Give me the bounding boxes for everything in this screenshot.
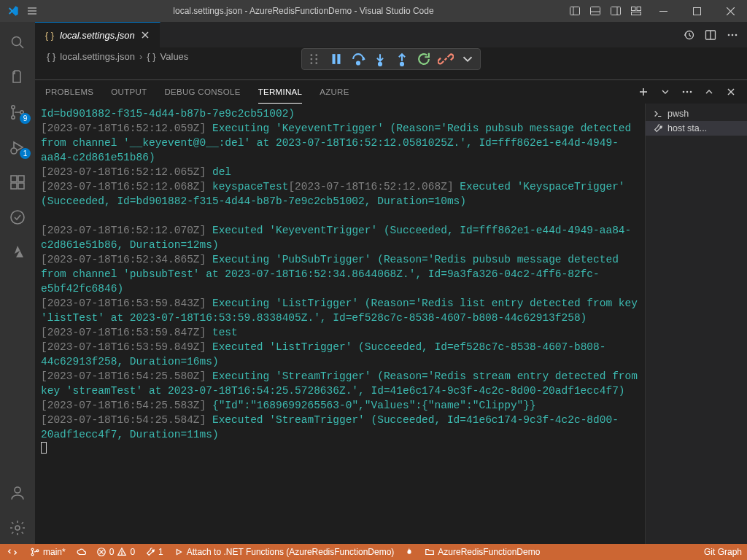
svg-rect-5 [591, 7, 600, 15]
restart-icon[interactable] [416, 51, 432, 67]
pause-icon[interactable] [328, 51, 344, 67]
close-tab-icon[interactable] [139, 29, 151, 41]
scm-badge: 9 [20, 113, 31, 124]
warning-icon [117, 547, 127, 557]
tasks-indicator[interactable]: 1 [140, 544, 169, 560]
flame-icon [404, 547, 414, 557]
remote-indicator[interactable] [0, 544, 25, 560]
svg-rect-25 [18, 183, 24, 189]
svg-point-35 [728, 34, 730, 36]
maximize-button[interactable] [680, 0, 713, 22]
layout-customize-icon[interactable] [630, 5, 642, 17]
svg-point-36 [732, 34, 734, 36]
tab-azure[interactable]: AZURE [320, 80, 349, 104]
svg-point-43 [315, 62, 317, 64]
step-into-icon[interactable] [372, 51, 388, 67]
more-icon[interactable] [681, 86, 693, 98]
minimize-button[interactable] [646, 0, 680, 22]
svg-point-27 [11, 211, 24, 224]
new-terminal-icon[interactable] [638, 86, 649, 98]
svg-line-17 [20, 44, 23, 48]
menu-icon[interactable] [26, 5, 38, 17]
json-braces-icon: { } [44, 29, 55, 41]
step-over-icon[interactable] [350, 51, 366, 67]
scm-activity[interactable]: 9 [0, 96, 35, 128]
chevron-up-icon[interactable] [703, 86, 715, 98]
svg-rect-11 [632, 12, 641, 15]
terminal-cursor [41, 442, 47, 454]
split-editor-icon[interactable] [705, 29, 716, 41]
editor-tabs: { } local.settings.json [35, 22, 747, 47]
explorer-activity[interactable] [0, 61, 35, 93]
svg-rect-23 [11, 176, 17, 182]
svg-point-47 [379, 63, 382, 66]
svg-point-42 [315, 58, 317, 61]
close-button[interactable] [713, 0, 747, 22]
tab-local-settings[interactable]: { } local.settings.json [35, 22, 160, 47]
accounts-activity[interactable] [0, 477, 35, 509]
terminal-list: pwsh host sta... [645, 104, 747, 544]
svg-point-53 [690, 91, 692, 93]
debug-more-icon[interactable] [460, 51, 476, 67]
tab-problems[interactable]: PROBLEMS [45, 80, 93, 104]
terminal-label: host sta... [667, 123, 707, 133]
tab-output[interactable]: OUTPUT [111, 80, 147, 104]
panel-right-icon[interactable] [610, 5, 622, 17]
svg-rect-9 [632, 7, 636, 11]
history-icon[interactable] [683, 29, 694, 41]
settings-activity[interactable] [0, 512, 35, 544]
svg-point-39 [311, 58, 313, 61]
disconnect-icon[interactable] [438, 51, 454, 67]
extensions-activity[interactable] [0, 166, 35, 198]
terminal-label: pwsh [667, 109, 689, 119]
svg-rect-7 [611, 7, 621, 15]
breadcrumb-file[interactable]: local.settings.json [60, 51, 135, 62]
close-panel-icon[interactable] [725, 86, 737, 98]
title-bar: local.settings.json - AzureRedisFunction… [0, 0, 747, 22]
breadcrumb-segment[interactable]: Values [160, 51, 189, 62]
tab-debug-console[interactable]: DEBUG CONSOLE [164, 80, 240, 104]
debug-toolbar[interactable] [301, 48, 481, 70]
panel-left-icon[interactable] [569, 5, 581, 17]
git-graph[interactable]: Git Graph [699, 544, 747, 560]
error-icon [96, 547, 107, 557]
branch-label: main* [43, 547, 66, 557]
svg-point-52 [686, 91, 689, 93]
branch-indicator[interactable]: main* [25, 544, 71, 560]
tab-terminal[interactable]: TERMINAL [258, 80, 303, 104]
chevron-down-icon[interactable] [659, 86, 671, 98]
window-title: local.settings.json - AzureRedisFunction… [38, 6, 569, 16]
search-activity[interactable] [0, 26, 35, 58]
svg-point-57 [31, 553, 34, 556]
function-app-indicator[interactable]: AzureRedisFunctionDemo [419, 544, 545, 560]
svg-rect-44 [333, 54, 336, 64]
svg-point-18 [12, 106, 15, 109]
drag-handle-icon[interactable] [306, 51, 322, 67]
status-bar: main* 0 0 1 Attach to .NET Functions (Az… [0, 544, 747, 560]
svg-point-40 [311, 62, 313, 64]
tab-label: local.settings.json [60, 30, 135, 41]
svg-point-19 [12, 116, 15, 119]
panel-bottom-icon[interactable] [589, 5, 601, 17]
svg-rect-10 [637, 7, 641, 11]
hot-reload-indicator[interactable] [399, 544, 419, 560]
terminal-output[interactable]: Id=bd901882-f315-4d44-b87b-7e9c2cb51002)… [35, 104, 645, 544]
svg-rect-26 [18, 176, 24, 182]
terminal-item-pwsh[interactable]: pwsh [646, 106, 747, 121]
svg-rect-45 [337, 54, 340, 64]
svg-rect-12 [659, 11, 667, 12]
more-icon[interactable] [727, 29, 738, 41]
problems-indicator[interactable]: 0 0 [91, 544, 140, 560]
debug-alt-icon [174, 547, 184, 557]
azure-activity[interactable] [0, 236, 35, 268]
terminal-item-host[interactable]: host sta... [646, 121, 747, 136]
testing-activity[interactable] [0, 201, 35, 233]
svg-rect-13 [693, 7, 700, 15]
run-debug-activity[interactable]: 1 [0, 131, 35, 163]
svg-point-56 [31, 548, 34, 551]
json-braces-icon: { } [147, 51, 155, 62]
step-out-icon[interactable] [394, 51, 410, 67]
sync-indicator[interactable] [71, 544, 91, 560]
debug-target-indicator[interactable]: Attach to .NET Functions (AzureRedisFunc… [169, 544, 400, 560]
svg-point-46 [357, 61, 360, 64]
